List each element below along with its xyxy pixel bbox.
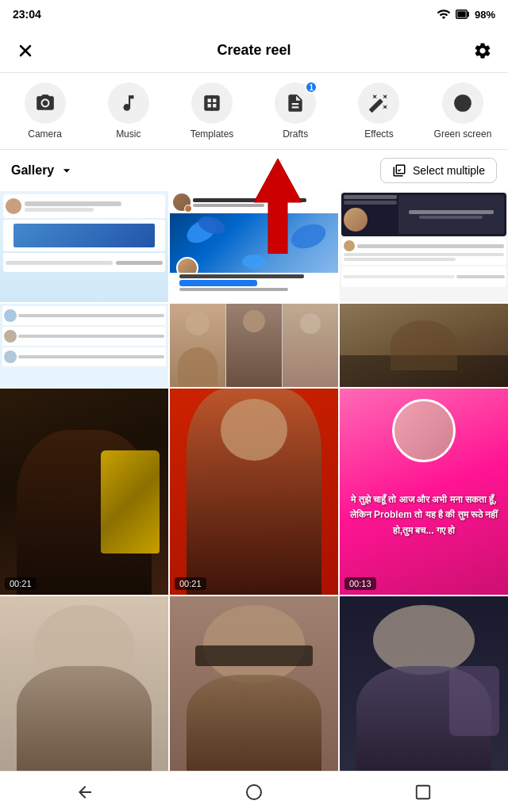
- drafts-badge: 1: [305, 81, 318, 94]
- templates-icon-wrap: [191, 82, 233, 124]
- templates-icon: [202, 93, 222, 113]
- drafts-label: Drafts: [283, 128, 308, 140]
- chevron-down-icon: [59, 163, 75, 178]
- camera-icon: [35, 93, 56, 113]
- music-icon-wrap: [108, 82, 149, 124]
- grid-item[interactable]: [170, 304, 338, 387]
- page-title: Create reel: [217, 42, 291, 59]
- music-label: Music: [116, 128, 140, 140]
- gallery-label: Gallery: [11, 163, 54, 178]
- toolbar: Camera Music Templates 1 Drafts: [0, 73, 508, 150]
- drafts-icon: [285, 93, 306, 113]
- wifi-icon: [437, 7, 451, 21]
- duration-badge: 00:21: [175, 577, 206, 590]
- music-icon: [118, 93, 139, 113]
- back-icon: [75, 783, 94, 802]
- hindi-text: मे तुझे चाहूँ तो आज और अभी मना सकता हूँ,…: [340, 477, 508, 554]
- toolbar-greenscreen[interactable]: Green screen: [434, 82, 492, 140]
- bottom-nav: [0, 771, 508, 812]
- toolbar-drafts[interactable]: 1 Drafts: [267, 82, 324, 140]
- svg-rect-12: [417, 785, 430, 799]
- greenscreen-icon-wrap: [442, 82, 483, 124]
- grid-item[interactable]: 00:21: [0, 389, 168, 595]
- grid-item[interactable]: [340, 596, 508, 771]
- settings-button[interactable]: [470, 38, 495, 63]
- status-bar: 23:04 98%: [0, 0, 508, 29]
- home-icon: [244, 783, 264, 802]
- svg-point-11: [247, 785, 261, 799]
- gallery-dropdown[interactable]: Gallery: [11, 163, 75, 178]
- templates-label: Templates: [190, 128, 234, 140]
- status-icons: 98%: [437, 7, 495, 21]
- battery-icon: [456, 7, 470, 21]
- svg-point-8: [461, 102, 464, 105]
- toolbar-camera[interactable]: Camera: [17, 82, 74, 140]
- effects-icon-wrap: [358, 82, 399, 124]
- close-button[interactable]: [13, 38, 38, 63]
- grid-item[interactable]: [170, 596, 338, 771]
- grid-item[interactable]: [0, 191, 168, 302]
- grid-item[interactable]: [340, 191, 508, 302]
- duration-badge: 00:21: [5, 577, 37, 590]
- header: Create reel: [0, 29, 508, 73]
- grid-item[interactable]: 00:21: [170, 389, 338, 595]
- toolbar-templates[interactable]: Templates: [183, 82, 241, 140]
- photo-grid: 00:21 00:21 मे तुझे चाहूँ तो आज और अभी म…: [0, 191, 508, 771]
- greenscreen-icon: [452, 93, 473, 113]
- camera-icon-wrap: [25, 82, 66, 124]
- effects-icon: [368, 93, 389, 113]
- status-time: 23:04: [13, 8, 41, 21]
- select-multiple-button[interactable]: Select multiple: [380, 158, 497, 183]
- recents-button[interactable]: [404, 773, 442, 811]
- svg-rect-5: [211, 95, 213, 111]
- duration-badge: 00:13: [344, 577, 376, 590]
- grid-item[interactable]: [340, 304, 508, 387]
- back-button[interactable]: [66, 773, 104, 811]
- recents-icon: [414, 783, 432, 801]
- grid-item[interactable]: मे तुझे चाहूँ तो आज और अभी मना सकता हूँ,…: [340, 389, 508, 595]
- home-button[interactable]: [235, 773, 273, 811]
- toolbar-music[interactable]: Music: [100, 82, 157, 140]
- grid-item[interactable]: [0, 596, 168, 771]
- battery-percent: 98%: [475, 9, 495, 21]
- drafts-icon-wrap: 1: [275, 82, 316, 124]
- toolbar-effects[interactable]: Effects: [350, 82, 407, 140]
- camera-label: Camera: [28, 128, 62, 140]
- grid-item[interactable]: [0, 304, 168, 387]
- select-multiple-icon: [392, 163, 406, 178]
- gallery-bar: Gallery Select multiple: [0, 150, 508, 191]
- effects-label: Effects: [364, 128, 393, 140]
- greenscreen-label: Green screen: [434, 128, 492, 140]
- svg-rect-1: [457, 11, 466, 17]
- grid-item[interactable]: [170, 191, 338, 302]
- select-multiple-label: Select multiple: [413, 164, 485, 177]
